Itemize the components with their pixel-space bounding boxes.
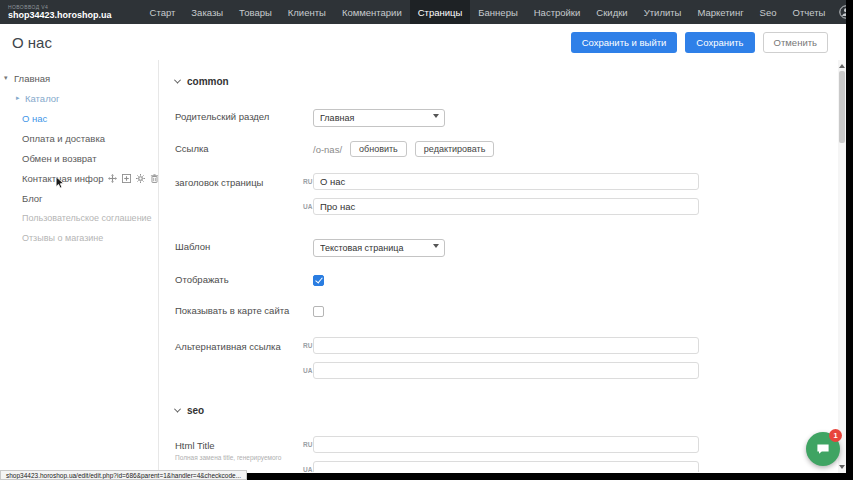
page-edit-form: common Родительский раздел Главная Ссылк… <box>158 60 838 472</box>
lang-ru-label: RU <box>303 342 313 349</box>
admin-app: НОВОВВОД V4 shop34423.horoshop.ua Старт … <box>0 0 846 473</box>
brand-version: НОВОВВОД V4 <box>8 5 112 10</box>
sitemap-checkbox[interactable] <box>313 306 324 317</box>
page-header: О нас Сохранить и выйти Сохранить Отмени… <box>0 24 846 60</box>
link-update-button[interactable]: обновить <box>350 141 407 157</box>
alt-link-ua-input[interactable] <box>313 362 699 379</box>
nav-clients[interactable]: Клиенты <box>280 0 334 24</box>
html-title-label: Html Title Полная замена title, генериру… <box>175 436 303 463</box>
nav-start[interactable]: Старт <box>142 0 184 24</box>
nav-settings[interactable]: Настройки <box>526 0 589 24</box>
html-title-label-text: Html Title <box>175 440 215 451</box>
brand[interactable]: НОВОВВОД V4 shop34423.horoshop.ua <box>8 0 112 24</box>
tree-item-label: Главная <box>14 73 50 84</box>
tree-item-label: Обмен и возврат <box>22 153 97 164</box>
vertical-scrollbar[interactable] <box>838 60 846 473</box>
tree-item-label: Отзывы о магазине <box>22 233 103 243</box>
topbar: НОВОВВОД V4 shop34423.horoshop.ua Старт … <box>0 0 846 24</box>
tree-item-home[interactable]: ▾ Главная <box>0 68 158 88</box>
html-title-ru-input[interactable] <box>313 436 699 453</box>
tree-item-user-agreement[interactable]: Пользовательское соглашение <box>0 208 158 228</box>
tree-item-label: Контактная инфор <box>22 173 103 184</box>
caret-down-icon[interactable]: ▾ <box>4 74 8 82</box>
template-label: Шаблон <box>175 241 303 253</box>
page-title-label: заголовок страницы <box>175 173 303 189</box>
nav-pages[interactable]: Страницы <box>410 0 471 24</box>
nav-seo[interactable]: Seo <box>752 0 785 24</box>
topbar-icons <box>833 0 846 24</box>
caret-right-icon[interactable]: ▸ <box>16 94 20 102</box>
nav-utilities[interactable]: Утилиты <box>636 0 690 24</box>
page-title: О нас <box>12 34 52 51</box>
html-title-note: Полная замена title, генерируемого <box>175 454 303 462</box>
scroll-down-icon[interactable] <box>839 465 845 469</box>
tree-item-exchange-return[interactable]: Обмен и возврат <box>0 148 158 168</box>
lang-ua-label: UA <box>303 466 313 472</box>
nav-orders[interactable]: Заказы <box>183 0 231 24</box>
sitemap-row: Показывать в карте сайта <box>175 305 838 317</box>
screen: НОВОВВОД V4 shop34423.horoshop.ua Старт … <box>0 0 853 480</box>
cancel-button[interactable]: Отменить <box>763 32 828 53</box>
page-title-ua-input[interactable] <box>313 198 699 215</box>
display-label: Отображать <box>175 274 303 286</box>
add-page-icon[interactable] <box>122 174 131 183</box>
save-button[interactable]: Сохранить <box>685 32 754 53</box>
tree-item-label: О нас <box>22 113 47 124</box>
scrollbar-thumb[interactable] <box>839 71 845 143</box>
gear-icon[interactable] <box>136 174 145 183</box>
page-title-row: заголовок страницы RU UA <box>175 173 838 215</box>
section-seo[interactable]: seo <box>175 405 838 416</box>
tree-item-blog[interactable]: Блог <box>0 188 158 208</box>
move-icon[interactable] <box>108 174 117 183</box>
template-row: Шаблон Текстовая страница <box>175 237 838 257</box>
page-title-ru-input[interactable] <box>313 173 699 190</box>
tree-item-label: Пользовательское соглашение <box>22 213 152 223</box>
sitemap-label: Показывать в карте сайта <box>175 305 303 317</box>
nav-products[interactable]: Товары <box>231 0 280 24</box>
html-title-ua-input[interactable] <box>313 461 699 472</box>
chat-icon <box>815 441 831 457</box>
display-checkbox[interactable] <box>313 275 324 286</box>
lang-ua-label: UA <box>303 367 313 374</box>
parent-section-select[interactable]: Главная <box>313 109 445 127</box>
alt-link-row: Альтернативная ссылка RU UA <box>175 337 838 379</box>
tree-item-label: Оплата и доставка <box>22 133 105 144</box>
pages-tree: ▾ Главная ▸ Каталог О нас Оплата и доста… <box>0 60 158 473</box>
link-value: /o-nas/ <box>313 144 342 155</box>
tree-item-about[interactable]: О нас <box>0 108 158 128</box>
tree-item-store-reviews[interactable]: Отзывы о магазине <box>0 228 158 248</box>
link-edit-button[interactable]: редактировать <box>415 141 495 157</box>
nav-banners[interactable]: Баннеры <box>470 0 525 24</box>
status-bar: shop34423.horoshop.ua/edit/edit.php?id=6… <box>0 470 247 480</box>
brand-domain: shop34423.horoshop.ua <box>8 11 112 20</box>
nav-reports[interactable]: Отчеты <box>785 0 834 24</box>
status-url: shop34423.horoshop.ua/edit/edit.php?id=6… <box>6 472 241 479</box>
nav-marketing[interactable]: Маркетинг <box>689 0 751 24</box>
lang-ua-label: UA <box>303 203 313 210</box>
alt-link-ru-input[interactable] <box>313 337 699 354</box>
chevron-down-icon <box>174 77 181 84</box>
nav-discounts[interactable]: Скидки <box>588 0 635 24</box>
tree-item-payment-delivery[interactable]: Оплата и доставка <box>0 128 158 148</box>
tree-item-catalog[interactable]: ▸ Каталог <box>0 88 158 108</box>
tree-item-label: Блог <box>22 193 43 204</box>
link-row: Ссылка /o-nas/ обновить редактировать <box>175 141 838 157</box>
alt-link-label: Альтернативная ссылка <box>175 337 303 353</box>
parent-section-row: Родительский раздел Главная <box>175 107 838 127</box>
section-seo-label: seo <box>187 405 204 416</box>
chat-unread-badge: 1 <box>829 429 842 442</box>
nav-comments[interactable]: Комментарии <box>334 0 410 24</box>
save-and-exit-button[interactable]: Сохранить и выйти <box>571 32 678 53</box>
tree-item-label: Каталог <box>25 93 60 104</box>
parent-section-label: Родительский раздел <box>175 111 303 123</box>
user-account-icon[interactable] <box>839 5 846 19</box>
template-select[interactable]: Текстовая страница <box>313 239 445 257</box>
section-common-label: common <box>187 76 229 87</box>
section-common[interactable]: common <box>175 76 838 87</box>
link-label: Ссылка <box>175 143 303 155</box>
lang-ru-label: RU <box>303 178 313 185</box>
display-row: Отображать <box>175 274 838 286</box>
scroll-up-icon[interactable] <box>839 64 845 68</box>
tree-item-contacts[interactable]: Контактная инфор <box>0 168 158 188</box>
chat-widget-button[interactable]: 1 <box>806 432 840 466</box>
